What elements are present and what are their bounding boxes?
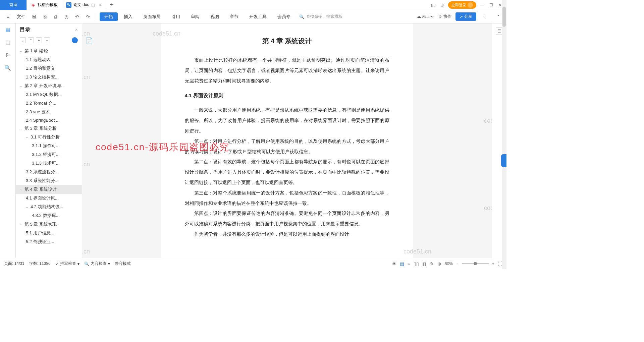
close-icon[interactable]: × [99,2,102,8]
toc-label: 第 3 章 系统分析 [24,125,57,131]
detach-icon[interactable]: ▢ [91,3,95,7]
zoom-level[interactable]: 80% [445,262,453,266]
toc-item[interactable]: 1.2 目的和意义 [16,64,82,73]
toc-item[interactable]: 3.1.2 经济可... [16,150,82,159]
zoom-slider[interactable] [462,263,489,264]
toc-item[interactable]: 2.4 SpringBoot ... [16,116,82,124]
view3-icon[interactable]: ▯▯ [414,261,419,267]
tab-home[interactable]: 首页 [0,0,27,10]
content-check[interactable]: 🔍 内容检查 ▾ [84,261,110,267]
toc-item[interactable]: 2.3 vue 技术 [16,108,82,116]
menu-dev[interactable]: 开发工具 [245,10,271,23]
nav-icon[interactable]: ◫ [4,39,11,46]
expand-all-icon[interactable]: ⌃ [28,37,34,43]
menu-ref[interactable]: 引用 [167,10,185,23]
chat-icon[interactable] [72,37,78,43]
menu-insert[interactable]: 插入 [119,10,137,23]
menu-start[interactable]: 开始 [100,12,118,21]
layout-icon[interactable]: ▯▯ [431,2,436,8]
find-icon[interactable]: 🔍 [4,64,11,71]
view4-icon[interactable]: ▥ [422,261,427,267]
collapse-all-icon[interactable]: ⌄ [20,37,26,43]
edit-view-icon[interactable]: ✎ [430,261,434,267]
word-count[interactable]: 字数: 11386 [29,261,51,267]
toc-item[interactable]: 3.1.3 技术可... [16,159,82,168]
toc-item[interactable]: ⌄第 1 章 绪论 [16,47,82,55]
tab-add[interactable]: + [106,0,118,10]
spell-check[interactable]: ✓ 拼写检查 ▾ [55,261,79,267]
menu-chapter[interactable]: 章节 [225,10,243,23]
toc-item[interactable]: 3.3 系统性能分... [16,176,82,185]
undo-icon[interactable]: ↶ [72,12,82,21]
settings-icon[interactable]: ⊕ [437,261,441,267]
outline-title: 目录 [20,26,31,33]
tab-docer[interactable]: ◈找稻壳模板 [27,0,62,10]
more-icon[interactable]: ⋮ [480,12,490,21]
remove-icon[interactable]: − [44,37,50,43]
file-menu[interactable]: 文件 [14,14,28,20]
redo-icon[interactable]: ↷ [83,12,93,21]
paragraph: 第二点：设计有效的导航，这个包括每个页面上都有导航条的显示，有时也可以在页面的底… [185,157,389,187]
toc-item[interactable]: 2.2 Tomcat 介... [16,99,82,108]
login-button[interactable]: 立即登录 [448,1,476,9]
menu-layout[interactable]: 页面布局 [139,10,165,23]
toc-item[interactable]: 5.1 用户信息... [16,229,82,237]
tab-bar: 首页 ◈找稻壳模板 W论文.doc▢× + ▯▯ ⊞ 立即登录 — ☐ ✕ [0,0,506,10]
toc-item[interactable]: 1.1 选题动因 [16,55,82,64]
eye-icon[interactable]: 👁 [392,261,396,267]
share-button[interactable]: ↗分享 [455,12,476,21]
print-icon[interactable]: ⎙ [51,12,60,21]
scroll-thumb[interactable] [502,7,506,27]
toc-item[interactable]: 3.1.1 操作可... [16,141,82,150]
menu-icon[interactable]: ≡ [3,12,13,21]
preview-icon[interactable]: ◎ [62,12,71,21]
menu-view[interactable]: 视图 [206,10,224,23]
tab-label: 找稻壳模板 [38,2,58,8]
compat-mode[interactable]: 兼容模式 [115,261,131,267]
watermark: code51.cn [82,30,90,37]
toc-item[interactable]: ⌄第 4 章 系统设计 [16,185,82,194]
paragraph: 一般来说，大部分用户使用系统，有些是想从系统中获取需要的信息，有些则是使用系统提… [185,105,389,136]
tab-document[interactable]: W论文.doc▢× [62,0,106,10]
toc-item[interactable]: ⌄第 2 章 开发环境与... [16,81,82,90]
zoom-out-icon[interactable]: − [456,262,459,266]
toc-item[interactable]: 5.2 驾驶证业... [16,237,82,246]
toc-item[interactable]: 3.2 系统流程分... [16,168,82,176]
cloud-status[interactable]: ☁ 未上云 [417,14,434,19]
page-action-icon[interactable]: 📄 [86,37,93,44]
apps-icon[interactable]: ⊞ [439,2,445,8]
save-icon[interactable]: 🖫 [30,12,39,21]
watermark: code51.cn [82,161,90,168]
view2-icon[interactable]: ≡ [408,261,410,267]
add-icon[interactable]: + [36,37,42,43]
coop-button[interactable]: ☺ 协作 [438,14,451,19]
page-count[interactable]: 页面: 14/31 [4,261,24,267]
minimize-icon[interactable]: — [480,2,485,8]
outline-tools: ⌄ ⌃ + − [16,36,82,45]
toc-item[interactable]: ⌄4.2 功能结构设... [16,203,82,211]
outline-icon[interactable]: ▤ [4,26,11,33]
document-page: 第 4 章 系统设计 市面上设计比较好的系统都有一个共同特征，就是主题鲜明突出。… [161,23,413,258]
close-panel-icon[interactable]: × [75,27,78,33]
toc-item[interactable]: 2.1 MYSQL 数据... [16,90,82,99]
menu-vip[interactable]: 会员专 [273,10,295,23]
caret-icon: ⌄ [20,49,23,53]
toc-item[interactable]: ⌄第 5 章 系统实现 [16,220,82,229]
toc-item[interactable]: 4.1 界面设计原... [16,194,82,203]
zoom-thumb[interactable] [474,262,477,265]
scrollbar[interactable] [502,0,506,269]
zoom-in-icon[interactable]: + [492,262,494,266]
maximize-icon[interactable]: ☐ [488,2,494,8]
search-box[interactable]: 🔍查找命令、搜索模板 [299,14,342,19]
toc-item[interactable]: 1.3 论文结构安... [16,73,82,81]
toc-label: 第 4 章 系统设计 [24,186,57,192]
menu-review[interactable]: 审阅 [186,10,204,23]
side-tab[interactable] [501,154,506,167]
toc-item[interactable]: ⌄第 3 章 系统分析 [16,124,82,133]
view1-icon[interactable]: ▤ [400,261,404,267]
toc-item[interactable]: 4.3.2 数据库... [16,211,82,220]
toc-item[interactable]: ⌄3.1 可行性分析 [16,133,82,141]
export-icon[interactable]: ⎘ [40,12,50,21]
search-placeholder: 查找命令、搜索模板 [306,14,342,19]
bookmark-icon[interactable]: ⚐ [4,52,11,58]
